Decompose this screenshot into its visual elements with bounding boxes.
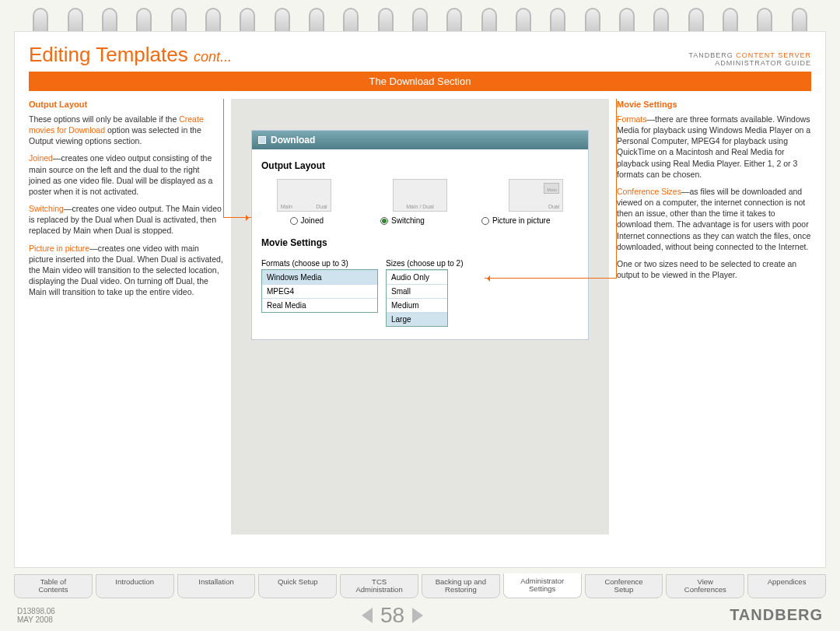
- tab-installation[interactable]: Installation: [177, 574, 256, 598]
- section-bar: The Download Section: [29, 72, 811, 91]
- radio-pip[interactable]: Picture in picture: [481, 216, 550, 225]
- left-column: Output Layout These options will only be…: [29, 99, 223, 535]
- tab-table-of[interactable]: Table ofContents: [14, 574, 93, 598]
- tab-tcs[interactable]: TCSAdministration: [340, 574, 418, 598]
- tab-appendices[interactable]: Appendices: [747, 574, 826, 598]
- formats-header: Formats (choose up to 3): [261, 259, 378, 268]
- brand-logo: TANDBERG: [730, 606, 823, 624]
- page-title: Editing Templates cont...: [29, 43, 232, 67]
- movie-settings-label: Movie Settings: [261, 237, 579, 248]
- tab-backing-up-and[interactable]: Backing up andRestoring: [422, 574, 500, 598]
- format-option[interactable]: Windows Media: [262, 270, 377, 284]
- thumb-switching[interactable]: Main / Dual: [393, 179, 447, 212]
- panel-header: Download: [252, 131, 588, 149]
- nav-tabs: Table ofContentsIntroductionInstallation…: [14, 574, 826, 598]
- output-layout-heading: Output Layout: [29, 99, 223, 110]
- center-screenshot: Download Output Layout MainDual Main / D…: [231, 99, 609, 535]
- format-option[interactable]: MPEG4: [262, 284, 377, 298]
- size-option[interactable]: Small: [387, 284, 447, 298]
- formats-listbox[interactable]: Windows Media MPEG4 Real Media: [261, 269, 378, 313]
- tab-administrator[interactable]: AdministratorSettings: [503, 573, 582, 598]
- page-body: Editing Templates cont... TANDBERG CONTE…: [14, 31, 826, 568]
- right-column: Movie Settings Formats—there are three f…: [617, 99, 811, 535]
- size-option[interactable]: Audio Only: [387, 270, 447, 284]
- tab-view[interactable]: ViewConferences: [666, 574, 744, 598]
- size-option[interactable]: Large: [387, 312, 447, 326]
- next-page-icon[interactable]: [412, 608, 423, 623]
- page-number: 58: [362, 603, 423, 628]
- prev-page-icon[interactable]: [362, 608, 373, 623]
- tab-introduction[interactable]: Introduction: [96, 574, 174, 598]
- output-layout-label: Output Layout: [261, 160, 579, 171]
- radio-joined[interactable]: Joined: [290, 216, 324, 225]
- panel-icon: [258, 136, 266, 144]
- spiral-binding: [0, 0, 840, 31]
- size-option[interactable]: Medium: [387, 298, 447, 312]
- tab-quick-setup[interactable]: Quick Setup: [258, 574, 337, 598]
- radio-switching[interactable]: Switching: [380, 216, 425, 225]
- sizes-listbox[interactable]: Audio Only Small Medium Large: [386, 269, 448, 327]
- arrow-right-icon: [485, 278, 617, 279]
- download-panel: Download Output Layout MainDual Main / D…: [251, 130, 589, 340]
- thumb-pip[interactable]: Main Dual: [509, 179, 563, 212]
- sizes-header: Sizes (choose up to 2): [386, 259, 464, 268]
- arrow-left-icon: [223, 217, 251, 218]
- tab-conference[interactable]: ConferenceSetup: [585, 574, 663, 598]
- doc-meta: D13898.06MAY 2008: [17, 607, 55, 624]
- header-brand: TANDBERG CONTENT SERVER ADMINISTRATOR GU…: [688, 51, 811, 67]
- movie-settings-heading: Movie Settings: [617, 99, 811, 110]
- thumb-joined[interactable]: MainDual: [277, 179, 331, 212]
- format-option[interactable]: Real Media: [262, 298, 377, 312]
